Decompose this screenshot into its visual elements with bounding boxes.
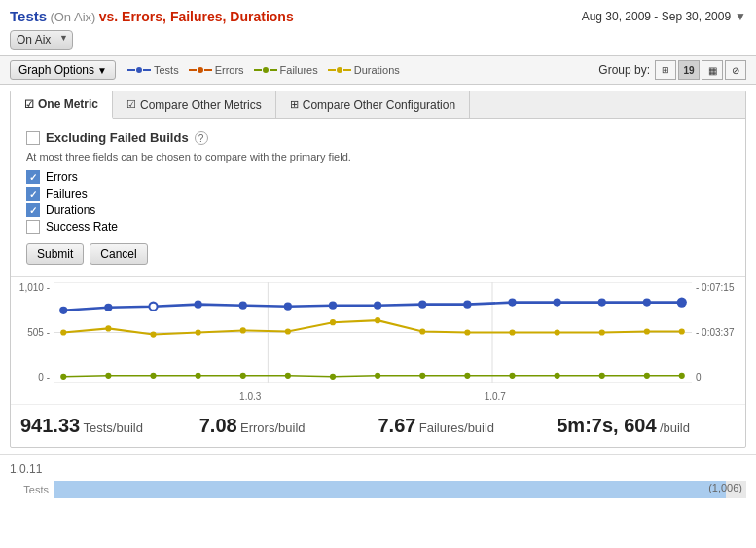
- svg-point-7: [149, 303, 157, 311]
- bottom-bar-value: (1,006): [708, 482, 742, 493]
- group-by-19-icon[interactable]: 19: [678, 60, 700, 80]
- svg-point-41: [330, 374, 336, 380]
- tab-compare-config-icon: ⊞: [290, 98, 299, 111]
- stats-row: 941.33 Tests/build 7.08 Errors/build 7.6…: [11, 404, 745, 447]
- svg-point-5: [59, 307, 67, 314]
- svg-point-29: [464, 329, 470, 335]
- tab-one-metric[interactable]: ☑ One Metric: [11, 91, 113, 119]
- checkbox-durations: Durations: [26, 203, 730, 217]
- svg-point-16: [554, 298, 561, 306]
- svg-point-33: [644, 328, 650, 334]
- page-title: Tests (On Aix) vs. Errors, Failures, Dur…: [10, 8, 294, 24]
- svg-point-21: [105, 325, 111, 331]
- exclude-row: Excluding Failed Builds ?: [26, 130, 730, 145]
- legend-errors: Errors: [189, 64, 244, 76]
- svg-point-43: [419, 373, 425, 379]
- bottom-bar-label: Tests: [10, 484, 49, 495]
- tab-one-metric-icon: ☑: [24, 98, 34, 111]
- svg-point-36: [105, 373, 111, 379]
- submit-button[interactable]: Submit: [26, 243, 84, 265]
- svg-point-48: [644, 373, 650, 379]
- legend-failures: Failures: [254, 64, 318, 76]
- svg-point-26: [330, 319, 336, 325]
- legend-items: Tests Errors Failures: [127, 64, 400, 76]
- platform-row: On Aix: [0, 28, 756, 55]
- bottom-bar-container: (1,006): [54, 481, 746, 498]
- group-by: Group by: ⊞ 19 ▦ ⊘: [598, 60, 746, 80]
- dropdown-icon: ▼: [97, 65, 107, 76]
- svg-point-45: [509, 373, 515, 379]
- x-axis: 1.0.3 1.0.7: [54, 391, 692, 402]
- date-dropdown-icon[interactable]: ▼: [735, 10, 746, 23]
- svg-point-32: [599, 329, 605, 335]
- tabs: ☑ One Metric ☑ Compare Other Metrics ⊞ C…: [11, 91, 745, 119]
- bottom-bar-fill: [54, 481, 726, 498]
- svg-point-23: [196, 329, 201, 335]
- svg-point-6: [104, 304, 112, 311]
- group-by-calendar-icon[interactable]: ▦: [702, 60, 723, 80]
- svg-point-15: [508, 298, 516, 306]
- cancel-button[interactable]: Cancel: [90, 243, 147, 265]
- svg-point-31: [555, 329, 560, 335]
- checkbox-group: Errors Failures Durations Success Rate: [26, 170, 730, 234]
- durations-checkbox[interactable]: [26, 203, 40, 217]
- stat-failures: 7.67 Failures/build: [378, 415, 558, 437]
- svg-point-42: [375, 373, 380, 379]
- tab-compare-config[interactable]: ⊞ Compare Other Configuration: [276, 91, 470, 118]
- group-by-icons: ⊞ 19 ▦ ⊘: [655, 60, 746, 80]
- tab-compare-metrics-icon: ☑: [126, 98, 136, 111]
- graph-options-button[interactable]: Graph Options ▼: [10, 60, 116, 80]
- exclude-checkbox[interactable]: [26, 131, 40, 145]
- svg-point-47: [599, 373, 605, 379]
- chart-area: 1,010 - 505 - 0 - - 0:07:15 - 0:03:37 0: [11, 277, 745, 404]
- svg-point-39: [240, 373, 246, 379]
- platform-wrapper: On Aix: [10, 30, 73, 50]
- failures-checkbox[interactable]: [26, 187, 40, 201]
- group-by-circle-icon[interactable]: ⊘: [725, 60, 746, 80]
- checkbox-success-rate: Success Rate: [26, 220, 730, 234]
- svg-point-9: [239, 302, 247, 310]
- svg-point-10: [284, 303, 292, 311]
- svg-point-22: [150, 331, 156, 337]
- svg-point-30: [509, 329, 515, 335]
- tab-compare-metrics[interactable]: ☑ Compare Other Metrics: [113, 91, 276, 118]
- svg-point-40: [285, 373, 291, 379]
- svg-point-37: [150, 373, 156, 379]
- help-icon[interactable]: ?: [195, 131, 208, 145]
- svg-point-49: [679, 373, 685, 379]
- date-range: Aug 30, 2009 - Sep 30, 2009 ▼: [582, 10, 746, 23]
- info-text: At most three fields can be chosen to co…: [26, 151, 730, 163]
- stat-tests: 941.33 Tests/build: [20, 415, 199, 437]
- svg-point-27: [375, 317, 380, 323]
- stat-durations: 5m:7s, 604 /build: [557, 415, 736, 437]
- btn-row: Submit Cancel: [26, 243, 730, 265]
- svg-point-28: [419, 328, 425, 334]
- svg-point-18: [643, 298, 651, 306]
- svg-point-8: [195, 301, 202, 309]
- group-by-grid-icon[interactable]: ⊞: [655, 60, 676, 80]
- svg-point-44: [464, 373, 470, 379]
- bottom-bar-row: Tests (1,006): [10, 481, 746, 498]
- platform-select[interactable]: On Aix: [10, 30, 73, 50]
- svg-point-13: [418, 301, 426, 309]
- svg-point-24: [240, 327, 246, 333]
- page-header: Tests (On Aix) vs. Errors, Failures, Dur…: [0, 0, 756, 28]
- checkbox-failures: Failures: [26, 187, 730, 201]
- y-axis-left: 1,010 - 505 - 0 -: [11, 282, 54, 383]
- svg-point-34: [679, 328, 685, 334]
- main-content: ☑ One Metric ☑ Compare Other Metrics ⊞ C…: [10, 91, 746, 448]
- toolbar: Graph Options ▼ Tests Errors: [0, 55, 756, 85]
- checkbox-errors: Errors: [26, 170, 730, 184]
- svg-point-35: [60, 374, 66, 380]
- success-rate-checkbox[interactable]: [26, 220, 40, 234]
- svg-point-46: [555, 373, 560, 379]
- bottom-version: 1.0.11: [10, 462, 746, 476]
- bottom-section: 1.0.11 Tests (1,006): [0, 454, 756, 506]
- svg-point-12: [374, 302, 381, 310]
- svg-point-38: [196, 373, 201, 379]
- svg-point-20: [60, 329, 66, 335]
- errors-checkbox[interactable]: [26, 170, 40, 184]
- svg-point-11: [329, 302, 337, 310]
- options-panel: Excluding Failed Builds ? At most three …: [11, 119, 745, 277]
- svg-point-17: [598, 298, 606, 306]
